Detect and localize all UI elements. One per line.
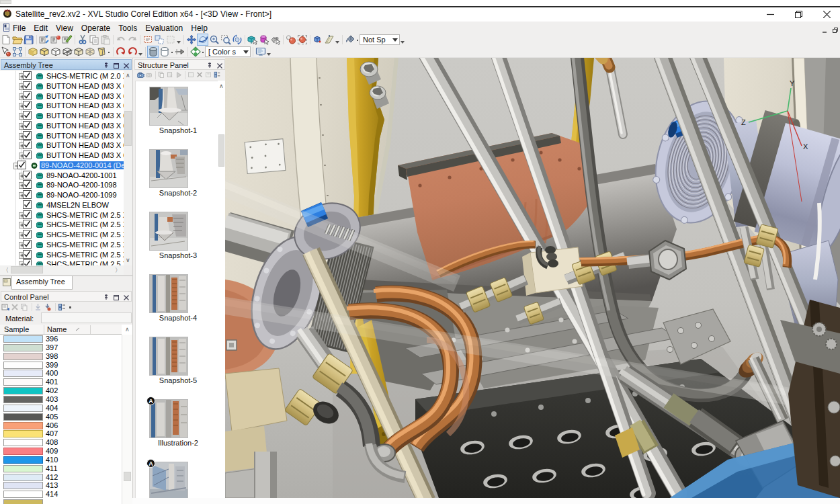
undo-disabled-button[interactable] <box>115 34 126 46</box>
snap-grid-button[interactable] <box>11 46 23 58</box>
box2-disabled-icon[interactable] <box>204 71 212 79</box>
pin-icon[interactable] <box>207 62 212 69</box>
zoom-button[interactable] <box>208 34 220 46</box>
swatch-copy-disabled-icon[interactable] <box>20 303 28 311</box>
column-name[interactable]: Name <box>47 325 67 333</box>
cube-wireframe-button[interactable] <box>61 46 73 58</box>
export-annotated-button[interactable] <box>61 34 73 46</box>
snapshot-item[interactable]: AIllustration-2 <box>136 400 220 452</box>
snapshot-thumbnail[interactable] <box>150 212 187 250</box>
specification-combo[interactable]: Not Sp <box>360 34 400 45</box>
color-set-combo[interactable]: [ Color s <box>205 46 251 57</box>
toolbar-overflow-caret[interactable] <box>138 46 143 58</box>
snapshot-label[interactable]: Snapshot-3 <box>136 251 220 259</box>
toolbar-overflow-caret[interactable] <box>335 34 340 46</box>
scroll-right-icon[interactable]: 〉 <box>115 267 121 274</box>
swatch-row[interactable]: 407 <box>0 429 122 438</box>
swatch-delete-icon[interactable] <box>11 303 19 311</box>
swatch-name[interactable]: 410 <box>46 456 58 464</box>
cube-shading-wire-button[interactable] <box>73 46 84 58</box>
menu-evaluation[interactable]: Evaluation <box>141 22 187 34</box>
cube-translucent-button[interactable] <box>84 46 95 58</box>
color-swatch[interactable] <box>3 474 43 481</box>
dock-icon[interactable] <box>114 63 119 69</box>
material-texture-button[interactable] <box>190 46 201 58</box>
tree-item[interactable]: BUTTON HEAD (M3 X 6 LO <box>0 151 123 161</box>
menu-tools[interactable]: Tools <box>114 22 141 34</box>
visibility-checkbox[interactable] <box>23 140 32 149</box>
3d-viewport[interactable]: Y Z X <box>225 58 840 498</box>
tree-item-label[interactable]: 4MSEL2N ELBOW <box>45 201 110 209</box>
tree-item-label[interactable]: BUTTON HEAD (M3 X 6 LO <box>45 132 132 140</box>
visibility-checkbox[interactable] <box>23 151 32 159</box>
swatch-row[interactable]: 411 <box>0 464 122 473</box>
snapshot-label[interactable]: Snapshot-5 <box>136 376 220 384</box>
paste-disabled-button[interactable] <box>99 34 111 46</box>
tree-item-label[interactable]: BUTTON HEAD (M3 X 6 LO <box>45 92 132 100</box>
swatch-table-header[interactable]: Sample Name <box>0 325 122 335</box>
pin-icon[interactable] <box>103 294 109 300</box>
tree-item[interactable]: SHCS-METRIC (M 2.5 X 8 <box>0 240 123 250</box>
swatch-name[interactable]: 414 <box>46 490 58 498</box>
zoom-window-button[interactable] <box>220 34 231 46</box>
tree-item[interactable]: SHCS-METRIC (M 2.5 X 8 <box>0 259 123 265</box>
visibility-checkbox[interactable] <box>23 250 32 259</box>
tree-item[interactable]: BUTTON HEAD (M3 X 6 LO <box>0 101 123 111</box>
swatch-name[interactable]: 407 <box>46 429 58 437</box>
swatch-row[interactable]: 396 <box>0 335 122 343</box>
visibility-checkbox[interactable] <box>23 101 32 110</box>
tree-item-label[interactable]: BUTTON HEAD (M3 X 6 LO <box>45 101 132 110</box>
paste-disabled2-icon[interactable] <box>166 71 174 79</box>
snapshot-label[interactable]: Snapshot-2 <box>136 189 220 197</box>
swatch-row[interactable]: 398 <box>0 352 122 361</box>
snapshot-label[interactable]: Illustration-2 <box>136 439 220 447</box>
snapshot-disabled-icon[interactable] <box>145 71 153 79</box>
tree-item[interactable]: SHCS-METRIC (M 2.5 X 8 <box>0 250 123 260</box>
select-frame-button[interactable] <box>142 34 153 46</box>
visibility-checkbox[interactable] <box>23 81 32 90</box>
snapshot-thumbnail[interactable] <box>150 87 187 125</box>
visibility-checkbox[interactable] <box>23 71 32 80</box>
visibility-checkbox[interactable] <box>23 121 32 130</box>
combo-arrow-icon[interactable] <box>243 50 249 54</box>
tree-item[interactable]: SHCS-METRIC (M 2.5 X 8 <box>0 220 123 230</box>
color-swatch[interactable] <box>3 362 43 369</box>
swatch-row[interactable]: 408 <box>0 438 122 447</box>
tree-item[interactable]: BUTTON HEAD (M3 X 6 LO <box>0 121 123 131</box>
color-swatch[interactable] <box>3 387 43 394</box>
cross-section-flag-button[interactable] <box>323 34 335 46</box>
redo-disabled-button[interactable] <box>126 34 138 46</box>
toolbar-overflow-caret[interactable] <box>400 34 405 46</box>
visibility-checkbox[interactable] <box>23 220 32 228</box>
swatch-row[interactable]: 414 <box>0 490 122 499</box>
color-swatch[interactable] <box>3 378 43 386</box>
tree-item-label[interactable]: SHCS-METRIC (M 2.5 X 8 <box>45 241 132 249</box>
tree-item-label[interactable]: 89-NOAO-4200-1099 <box>45 191 118 199</box>
copy-disabled-icon[interactable] <box>157 71 165 79</box>
tree-item-label[interactable]: SHCS-METRIC (M 2.5 X 8 <box>45 220 132 228</box>
tree-item[interactable]: 89-NOAO-4200-1098 <box>0 180 123 190</box>
swatch-row[interactable]: 409 <box>0 447 122 456</box>
swatch-name[interactable]: 403 <box>46 395 58 403</box>
tree-item[interactable]: 89-NOAO-4200-0014 (Defa <box>0 161 123 171</box>
import-xvl-button[interactable] <box>38 34 50 46</box>
scroll-down-icon[interactable]: ∨ <box>126 257 130 263</box>
snapshot-thumbnail[interactable] <box>150 337 187 375</box>
visibility-checkbox[interactable] <box>23 171 32 179</box>
structure-panel-header[interactable]: Structure Panel <box>134 59 225 70</box>
sort-blue-icon[interactable] <box>213 71 221 79</box>
select-multi-button[interactable] <box>153 34 165 46</box>
swatch-row[interactable]: 401 <box>0 378 122 386</box>
rotate-view-button[interactable] <box>231 34 243 46</box>
swatch-new-icon[interactable] <box>1 303 9 311</box>
apply-part-icon[interactable] <box>44 303 52 311</box>
color-swatch[interactable] <box>3 370 43 377</box>
swatch-name[interactable]: 412 <box>46 473 58 481</box>
tree-item-label[interactable]: 89-NOAO-4200-1001 <box>45 171 118 179</box>
pick-part-button[interactable] <box>258 34 269 46</box>
swatch-row[interactable]: 404 <box>0 404 122 413</box>
vscroll-thumb[interactable] <box>124 472 131 481</box>
rivet-plate[interactable] <box>245 139 286 174</box>
cross-section-arrow-button[interactable] <box>174 46 185 58</box>
swatch-row[interactable]: 402 <box>0 386 122 395</box>
